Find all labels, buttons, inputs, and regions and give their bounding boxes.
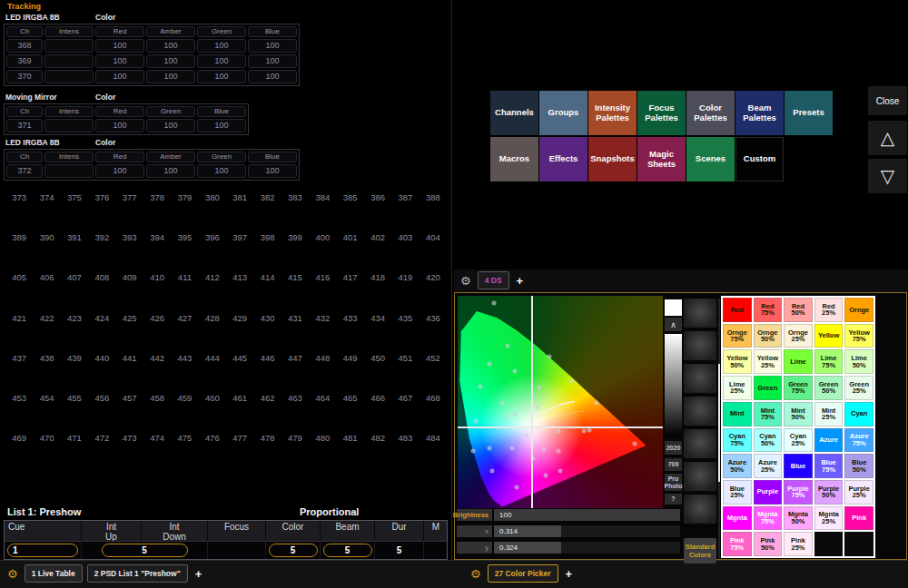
channel-cell[interactable]: 378 [143, 191, 171, 230]
channel-cell[interactable]: 445 [226, 351, 253, 391]
color-swatch[interactable]: Cyan 75% [723, 428, 752, 453]
color-swatch[interactable]: Azure 25% [754, 454, 783, 478]
channel-cell[interactable]: 427 [171, 311, 198, 351]
channel-cell[interactable]: 385 [337, 191, 364, 230]
channel-cell[interactable]: 375 [61, 191, 88, 230]
color-swatch[interactable]: Red 25% [814, 298, 844, 322]
channel-cell[interactable]: 454 [33, 391, 60, 431]
gel-tool-button[interactable] [684, 397, 716, 426]
color-swatch[interactable]: Lime 25% [723, 376, 752, 400]
gear-icon[interactable]: ⚙ [470, 568, 481, 580]
color-swatch[interactable]: Blue [784, 454, 813, 478]
swatch-scrollbar[interactable] [718, 299, 720, 558]
color-swatch[interactable]: Green 25% [844, 376, 873, 400]
color-swatch[interactable]: Mgnta 25% [814, 506, 844, 531]
color-swatch[interactable]: Ornge 50% [754, 324, 783, 348]
channel-cell[interactable]: 379 [171, 191, 198, 230]
channel-cell[interactable]: 407 [61, 270, 88, 310]
tab-4ds[interactable]: 4 DS [478, 271, 509, 289]
gamut-button[interactable]: Pro Photo [665, 474, 682, 491]
channel-cell[interactable]: 421 [5, 311, 33, 351]
gamut-button[interactable]: ? [665, 494, 682, 505]
channel-cell[interactable]: 406 [33, 270, 60, 310]
channel-cell[interactable]: 394 [143, 230, 171, 270]
channel-cell[interactable]: 447 [281, 351, 309, 391]
channel-cell[interactable]: 460 [199, 391, 226, 431]
channel-cell[interactable]: 480 [309, 431, 336, 471]
channel-cell[interactable]: 418 [364, 270, 391, 310]
gel-tool-button[interactable] [684, 364, 716, 393]
direct-select-button[interactable]: Intensity Palettes [588, 91, 637, 135]
channel-number[interactable]: 371 [6, 119, 43, 132]
color-swatch[interactable]: Yellow 25% [754, 349, 783, 374]
channel-cell[interactable]: 469 [5, 431, 33, 471]
channel-cell[interactable]: 415 [281, 270, 309, 310]
direct-select-button[interactable]: Beam Palettes [735, 91, 784, 135]
color-swatch[interactable]: Purple [754, 480, 783, 505]
channel-cell[interactable]: 458 [143, 391, 171, 431]
channel-cell[interactable]: 393 [116, 230, 143, 270]
color-swatch[interactable]: Red 75% [754, 298, 783, 322]
channel-cell[interactable]: 428 [199, 311, 226, 351]
direct-select-button[interactable]: Channels [490, 91, 538, 135]
channel-cell[interactable]: 380 [199, 191, 226, 230]
channel-cell[interactable]: 466 [364, 391, 391, 431]
gear-icon[interactable]: ⚙ [460, 275, 471, 287]
color-swatch[interactable]: Mgnta 75% [754, 506, 783, 531]
color-swatch[interactable]: Azure [814, 428, 844, 453]
color-swatch[interactable]: Yellow 75% [844, 324, 873, 348]
color-swatch[interactable]: Cyan [844, 402, 873, 426]
channel-cell[interactable]: 424 [88, 311, 115, 351]
color-swatch[interactable]: Blue 50% [844, 454, 873, 478]
channel-cell[interactable]: 404 [419, 230, 447, 270]
channel-cell[interactable]: 431 [281, 311, 309, 351]
direct-select-button[interactable]: Custom [735, 137, 784, 181]
add-tab-button[interactable]: + [517, 274, 524, 288]
gray-ramp-slider[interactable] [665, 334, 682, 436]
channel-cell[interactable]: 395 [171, 230, 198, 270]
gear-icon[interactable]: ⚙ [7, 568, 18, 580]
channel-cell[interactable]: 432 [309, 311, 336, 351]
channel-cell[interactable]: 437 [5, 351, 33, 391]
channel-cell[interactable]: 452 [419, 351, 447, 391]
cue-row[interactable]: 1 5 5 5 5 [4, 541, 448, 560]
channel-cell[interactable]: 475 [171, 431, 198, 471]
channel-cell[interactable]: 423 [61, 311, 88, 351]
channel-cell[interactable]: 478 [253, 431, 281, 471]
channel-cell[interactable]: 387 [391, 191, 419, 230]
channel-cell[interactable]: 443 [171, 351, 198, 391]
add-tab-button[interactable]: + [195, 567, 202, 581]
channel-cell[interactable]: 465 [337, 391, 364, 431]
channel-cell[interactable]: 400 [309, 230, 336, 270]
cue-color-time[interactable]: 5 [269, 544, 318, 557]
page-up-button[interactable]: △ [868, 121, 907, 155]
channel-cell[interactable]: 484 [419, 431, 447, 471]
color-swatch[interactable]: Lime 75% [814, 349, 844, 374]
channel-cell[interactable]: 389 [5, 230, 33, 270]
channel-cell[interactable]: 471 [61, 431, 88, 471]
channel-cell[interactable]: 416 [309, 270, 336, 310]
cie-chromaticity-diagram[interactable] [458, 296, 663, 508]
channel-cell[interactable]: 398 [253, 230, 281, 270]
tab-color-picker[interactable]: 27 Color Picker [488, 564, 558, 583]
channel-number[interactable]: 370 [6, 70, 43, 83]
color-swatch[interactable]: Yellow 50% [723, 349, 752, 374]
channel-cell[interactable]: 441 [116, 351, 143, 391]
channel-cell[interactable]: 438 [33, 351, 60, 391]
color-swatch[interactable]: Mgnta [723, 506, 752, 531]
channel-cell[interactable]: 457 [116, 391, 143, 431]
gel-tool-button[interactable] [684, 495, 716, 524]
color-swatch[interactable]: Lime 50% [844, 349, 873, 374]
brightness-slider[interactable]: 100 [494, 509, 680, 521]
color-swatch[interactable]: Yellow [814, 324, 844, 348]
channel-cell[interactable]: 436 [419, 311, 447, 351]
channel-cell[interactable]: 472 [88, 431, 115, 471]
channel-cell[interactable]: 391 [61, 230, 88, 270]
channel-number[interactable]: 372 [6, 164, 43, 178]
channel-cell[interactable]: 376 [88, 191, 115, 230]
channel-cell[interactable]: 374 [33, 191, 60, 230]
channel-cell[interactable]: 444 [199, 351, 226, 391]
channel-cell[interactable]: 397 [226, 230, 253, 270]
channel-cell[interactable]: 384 [309, 191, 336, 230]
channel-cell[interactable]: 422 [33, 311, 60, 351]
